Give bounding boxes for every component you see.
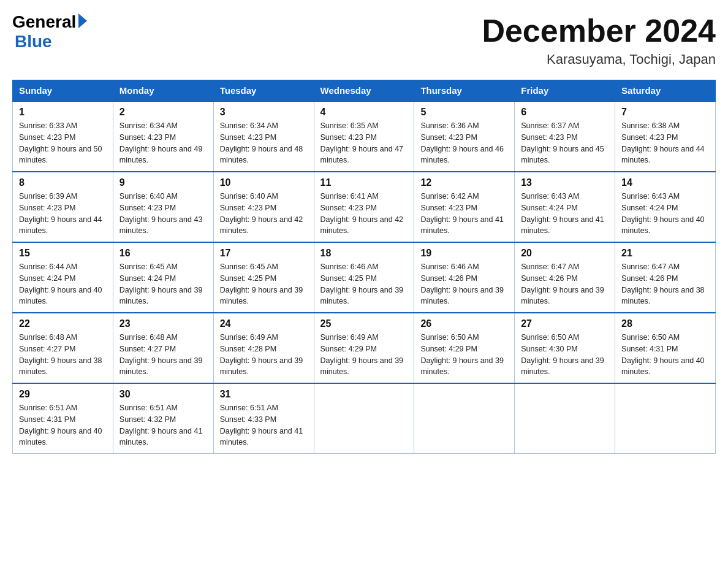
calendar-cell: 31 Sunrise: 6:51 AMSunset: 4:33 PMDaylig… xyxy=(213,383,314,454)
day-info: Sunrise: 6:46 AMSunset: 4:25 PMDaylight:… xyxy=(320,261,408,307)
day-info: Sunrise: 6:37 AMSunset: 4:23 PMDaylight:… xyxy=(521,120,609,166)
page-header: General Blue December 2024 Karasuyama, T… xyxy=(12,12,716,67)
day-number: 15 xyxy=(19,248,107,259)
calendar-cell: 3 Sunrise: 6:34 AMSunset: 4:23 PMDayligh… xyxy=(213,101,314,172)
day-info: Sunrise: 6:33 AMSunset: 4:23 PMDaylight:… xyxy=(19,120,107,166)
column-header-thursday: Thursday xyxy=(414,80,515,102)
day-info: Sunrise: 6:50 AMSunset: 4:29 PMDaylight:… xyxy=(420,332,508,378)
day-number: 10 xyxy=(220,177,308,188)
day-info: Sunrise: 6:44 AMSunset: 4:24 PMDaylight:… xyxy=(19,261,107,307)
calendar-title: December 2024 xyxy=(482,12,716,49)
day-info: Sunrise: 6:51 AMSunset: 4:31 PMDaylight:… xyxy=(19,402,107,448)
column-header-tuesday: Tuesday xyxy=(213,80,314,102)
day-info: Sunrise: 6:34 AMSunset: 4:23 PMDaylight:… xyxy=(220,120,308,166)
week-row-4: 22 Sunrise: 6:48 AMSunset: 4:27 PMDaylig… xyxy=(13,313,716,383)
column-header-monday: Monday xyxy=(113,80,213,102)
calendar-cell xyxy=(515,383,615,454)
day-info: Sunrise: 6:39 AMSunset: 4:23 PMDaylight:… xyxy=(19,191,107,237)
day-info: Sunrise: 6:45 AMSunset: 4:24 PMDaylight:… xyxy=(119,261,207,307)
calendar-table: SundayMondayTuesdayWednesdayThursdayFrid… xyxy=(12,80,716,454)
day-info: Sunrise: 6:45 AMSunset: 4:25 PMDaylight:… xyxy=(220,261,308,307)
day-number: 28 xyxy=(621,318,709,329)
day-number: 1 xyxy=(19,107,107,118)
calendar-cell: 12 Sunrise: 6:42 AMSunset: 4:23 PMDaylig… xyxy=(414,172,515,242)
day-number: 24 xyxy=(220,318,308,329)
calendar-cell: 24 Sunrise: 6:49 AMSunset: 4:28 PMDaylig… xyxy=(213,313,314,383)
logo-arrow-icon xyxy=(78,13,87,28)
calendar-cell: 30 Sunrise: 6:51 AMSunset: 4:32 PMDaylig… xyxy=(113,383,213,454)
day-number: 3 xyxy=(220,107,308,118)
calendar-cell: 26 Sunrise: 6:50 AMSunset: 4:29 PMDaylig… xyxy=(414,313,515,383)
calendar-cell xyxy=(314,383,414,454)
day-number: 5 xyxy=(420,107,508,118)
day-info: Sunrise: 6:50 AMSunset: 4:31 PMDaylight:… xyxy=(621,332,709,378)
column-header-sunday: Sunday xyxy=(13,80,113,102)
day-info: Sunrise: 6:42 AMSunset: 4:23 PMDaylight:… xyxy=(420,191,508,237)
day-info: Sunrise: 6:49 AMSunset: 4:29 PMDaylight:… xyxy=(320,332,408,378)
column-header-saturday: Saturday xyxy=(615,80,716,102)
day-number: 25 xyxy=(320,318,408,329)
day-number: 8 xyxy=(19,177,107,188)
week-row-5: 29 Sunrise: 6:51 AMSunset: 4:31 PMDaylig… xyxy=(13,383,716,454)
logo-general-text: General xyxy=(12,12,76,32)
day-info: Sunrise: 6:43 AMSunset: 4:24 PMDaylight:… xyxy=(521,191,609,237)
day-info: Sunrise: 6:48 AMSunset: 4:27 PMDaylight:… xyxy=(19,332,107,378)
calendar-cell: 10 Sunrise: 6:40 AMSunset: 4:23 PMDaylig… xyxy=(213,172,314,242)
calendar-cell: 9 Sunrise: 6:40 AMSunset: 4:23 PMDayligh… xyxy=(113,172,213,242)
day-info: Sunrise: 6:51 AMSunset: 4:32 PMDaylight:… xyxy=(119,402,207,448)
day-info: Sunrise: 6:40 AMSunset: 4:23 PMDaylight:… xyxy=(119,191,207,237)
day-number: 7 xyxy=(621,107,709,118)
week-row-2: 8 Sunrise: 6:39 AMSunset: 4:23 PMDayligh… xyxy=(13,172,716,242)
day-number: 6 xyxy=(521,107,609,118)
calendar-cell: 13 Sunrise: 6:43 AMSunset: 4:24 PMDaylig… xyxy=(515,172,615,242)
day-number: 27 xyxy=(521,318,609,329)
column-header-friday: Friday xyxy=(515,80,615,102)
calendar-cell: 14 Sunrise: 6:43 AMSunset: 4:24 PMDaylig… xyxy=(615,172,716,242)
calendar-cell: 6 Sunrise: 6:37 AMSunset: 4:23 PMDayligh… xyxy=(515,101,615,172)
calendar-cell: 7 Sunrise: 6:38 AMSunset: 4:23 PMDayligh… xyxy=(615,101,716,172)
day-number: 4 xyxy=(320,107,408,118)
day-number: 11 xyxy=(320,177,408,188)
day-info: Sunrise: 6:34 AMSunset: 4:23 PMDaylight:… xyxy=(119,120,207,166)
day-info: Sunrise: 6:38 AMSunset: 4:23 PMDaylight:… xyxy=(621,120,709,166)
calendar-cell: 1 Sunrise: 6:33 AMSunset: 4:23 PMDayligh… xyxy=(13,101,113,172)
calendar-cell: 16 Sunrise: 6:45 AMSunset: 4:24 PMDaylig… xyxy=(113,242,213,313)
day-number: 2 xyxy=(119,107,207,118)
day-number: 19 xyxy=(420,248,508,259)
calendar-cell: 18 Sunrise: 6:46 AMSunset: 4:25 PMDaylig… xyxy=(314,242,414,313)
day-info: Sunrise: 6:50 AMSunset: 4:30 PMDaylight:… xyxy=(521,332,609,378)
calendar-cell: 5 Sunrise: 6:36 AMSunset: 4:23 PMDayligh… xyxy=(414,101,515,172)
calendar-cell xyxy=(615,383,716,454)
day-info: Sunrise: 6:41 AMSunset: 4:23 PMDaylight:… xyxy=(320,191,408,237)
day-info: Sunrise: 6:43 AMSunset: 4:24 PMDaylight:… xyxy=(621,191,709,237)
calendar-cell xyxy=(414,383,515,454)
day-number: 20 xyxy=(521,248,609,259)
calendar-cell: 11 Sunrise: 6:41 AMSunset: 4:23 PMDaylig… xyxy=(314,172,414,242)
day-number: 31 xyxy=(220,389,308,400)
calendar-header-row: SundayMondayTuesdayWednesdayThursdayFrid… xyxy=(13,80,716,102)
column-header-wednesday: Wednesday xyxy=(314,80,414,102)
day-info: Sunrise: 6:35 AMSunset: 4:23 PMDaylight:… xyxy=(320,120,408,166)
day-number: 9 xyxy=(119,177,207,188)
week-row-3: 15 Sunrise: 6:44 AMSunset: 4:24 PMDaylig… xyxy=(13,242,716,313)
day-number: 16 xyxy=(119,248,207,259)
calendar-cell: 25 Sunrise: 6:49 AMSunset: 4:29 PMDaylig… xyxy=(314,313,414,383)
calendar-cell: 2 Sunrise: 6:34 AMSunset: 4:23 PMDayligh… xyxy=(113,101,213,172)
day-info: Sunrise: 6:40 AMSunset: 4:23 PMDaylight:… xyxy=(220,191,308,237)
day-info: Sunrise: 6:47 AMSunset: 4:26 PMDaylight:… xyxy=(621,261,709,307)
day-info: Sunrise: 6:49 AMSunset: 4:28 PMDaylight:… xyxy=(220,332,308,378)
title-area: December 2024 Karasuyama, Tochigi, Japan xyxy=(482,12,716,67)
day-info: Sunrise: 6:51 AMSunset: 4:33 PMDaylight:… xyxy=(220,402,308,448)
calendar-cell: 15 Sunrise: 6:44 AMSunset: 4:24 PMDaylig… xyxy=(13,242,113,313)
day-number: 26 xyxy=(420,318,508,329)
calendar-cell: 28 Sunrise: 6:50 AMSunset: 4:31 PMDaylig… xyxy=(615,313,716,383)
calendar-cell: 22 Sunrise: 6:48 AMSunset: 4:27 PMDaylig… xyxy=(13,313,113,383)
day-info: Sunrise: 6:46 AMSunset: 4:26 PMDaylight:… xyxy=(420,261,508,307)
logo: General Blue xyxy=(12,12,87,52)
calendar-cell: 8 Sunrise: 6:39 AMSunset: 4:23 PMDayligh… xyxy=(13,172,113,242)
calendar-cell: 17 Sunrise: 6:45 AMSunset: 4:25 PMDaylig… xyxy=(213,242,314,313)
week-row-1: 1 Sunrise: 6:33 AMSunset: 4:23 PMDayligh… xyxy=(13,101,716,172)
calendar-cell: 20 Sunrise: 6:47 AMSunset: 4:26 PMDaylig… xyxy=(515,242,615,313)
day-info: Sunrise: 6:48 AMSunset: 4:27 PMDaylight:… xyxy=(119,332,207,378)
day-number: 13 xyxy=(521,177,609,188)
